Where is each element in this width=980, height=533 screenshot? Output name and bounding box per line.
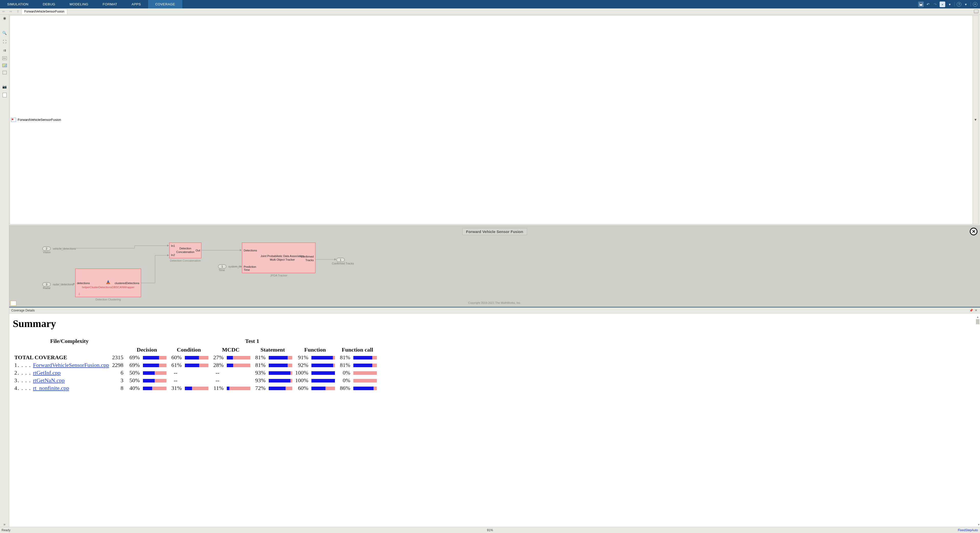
- fit-icon[interactable]: ⛶: [2, 39, 7, 44]
- tracker-in1: Detections: [243, 249, 257, 252]
- concat-out: Out: [196, 249, 200, 252]
- table-row: 1. . . . ForwardVehicleSensorFusion.cpp …: [13, 361, 379, 369]
- pin-icon[interactable]: 📌: [968, 309, 974, 312]
- model-canvas[interactable]: Forward Vehicle Sensor Fusion ✕ Copyrigh…: [9, 225, 980, 308]
- file-link[interactable]: rt_nonfinite.cpp: [33, 385, 69, 391]
- close-highlight-icon[interactable]: ✕: [970, 228, 977, 235]
- undo-icon[interactable]: ↶: [925, 2, 931, 7]
- tracker-c2: Multi Object Tracker: [270, 258, 295, 261]
- hide-browser-icon[interactable]: ◉: [2, 16, 7, 21]
- status-center: 91%: [487, 528, 493, 532]
- save-icon[interactable]: [918, 2, 924, 7]
- svg-rect-2: [920, 5, 922, 6]
- image-icon[interactable]: [2, 63, 7, 67]
- viewmark-icon[interactable]: [3, 71, 6, 75]
- concat-c2: Concatenation: [177, 251, 194, 254]
- tab-coverage[interactable]: COVERAGE: [148, 0, 182, 8]
- cluster-out: clusteredDetections: [115, 282, 139, 285]
- nav-forward-icon[interactable]: ⇨: [7, 10, 14, 13]
- ribbon-quick-tools: ↶ ↷ » ▾ ? ▾: [916, 0, 980, 8]
- inport-vision-num: 2: [43, 247, 51, 251]
- tracker-sublabel: JPDA Tracker: [270, 274, 287, 277]
- inport-vision-label: Vision: [43, 251, 51, 254]
- header-test1: Test 1: [126, 337, 379, 346]
- inport-time-label: Time: [219, 268, 225, 271]
- coverage-panel-header: Coverage Details 📌 ✕: [9, 308, 980, 314]
- nav-up-icon[interactable]: ⇧: [14, 10, 21, 13]
- coverage-panel-title: Coverage Details: [11, 309, 35, 312]
- outport-tracks[interactable]: 1 Confirmed Tracks: [336, 258, 347, 262]
- concat-c1: Detection: [180, 247, 191, 250]
- canvas-copyright: Copyright 2019-2021 The MathWorks, Inc.: [468, 301, 521, 304]
- scrollbar-thumb[interactable]: [976, 319, 980, 324]
- nav-back-icon[interactable]: ⇦: [0, 10, 7, 13]
- concat-in2: In2: [171, 254, 175, 257]
- file-link[interactable]: rtGetInf.cpp: [33, 370, 60, 376]
- status-right[interactable]: FixedStepAuto: [958, 528, 980, 532]
- close-panel-icon[interactable]: ✕: [974, 308, 978, 312]
- tab-modeling[interactable]: MODELING: [62, 0, 95, 8]
- scroll-up-icon[interactable]: ▴: [976, 315, 980, 319]
- status-bar: Ready 91% FixedStepAuto: [0, 527, 980, 533]
- help-dropdown-icon[interactable]: ▾: [963, 2, 969, 7]
- inport-radar[interactable]: 3 radar_detections Radar: [43, 282, 74, 286]
- table-row: 3. . . . rtGetNaN.cpp 3 50% -- -- 93% 10…: [13, 377, 379, 384]
- help-icon[interactable]: ?: [957, 2, 961, 6]
- screenshot-icon[interactable]: 📷: [2, 84, 7, 89]
- inport-time-num: 1: [218, 265, 226, 268]
- col-condition: Condition: [168, 346, 210, 354]
- block-jpda-tracker[interactable]: Detections Prediction Time Joint Probabi…: [242, 243, 315, 273]
- svg-rect-1: [920, 3, 922, 4]
- tracker-in3: Time: [243, 268, 250, 271]
- zoom-icon[interactable]: 🔍: [2, 30, 7, 35]
- tab-apps[interactable]: APPS: [124, 0, 148, 8]
- address-dropdown-icon[interactable]: ▼: [973, 16, 978, 224]
- collapse-ribbon-icon[interactable]: [973, 2, 977, 6]
- tracker-out1: Confirmed: [301, 255, 314, 258]
- coverage-heading: Summary: [13, 317, 977, 330]
- dropdown-icon[interactable]: ▾: [947, 2, 952, 7]
- block-detection-concat[interactable]: In1 In2 Detection Concatenation Out Dete…: [169, 243, 202, 258]
- col-decision: Decision: [126, 346, 168, 354]
- canvas-side-tools: ◉ 🔍 ⛶ ⇉ A≡ 📷 »: [0, 14, 9, 527]
- explorer-bar-icon[interactable]: [10, 301, 16, 306]
- arrows-icon[interactable]: ⇉: [2, 48, 7, 53]
- file-link[interactable]: rtGetNaN.cpp: [33, 377, 65, 384]
- table-row: 2. . . . rtGetInf.cpp 6 50% -- -- 93% 10…: [13, 369, 379, 377]
- matlab-fn-icon: [106, 279, 111, 285]
- tracker-out2: Tracks: [305, 259, 314, 262]
- nav-row: ⇦ ⇨ ⇧ ForwardVehicleSensorFusion: [0, 8, 980, 14]
- subsystem-arrow-icon: ⇩: [78, 292, 81, 296]
- scroll-down-icon[interactable]: ▾: [978, 523, 980, 527]
- header-file-complexity: File/Complexity: [13, 337, 126, 346]
- coverage-table: File/Complexity Test 1 Decision Conditio…: [13, 337, 379, 392]
- model-tab-label: ForwardVehicleSensorFusion: [24, 10, 64, 13]
- annotation-icon[interactable]: A≡: [2, 57, 7, 60]
- svg-marker-4: [107, 280, 109, 282]
- address-bar: ForwardVehicleSensorFusion ▼: [10, 15, 978, 224]
- tab-format[interactable]: FORMAT: [95, 0, 124, 8]
- coverage-report-body[interactable]: ▴ Summary File/Complexity Test 1 Decisio…: [9, 314, 980, 527]
- col-statement: Statement: [252, 346, 294, 354]
- inport-radar-label: Radar: [43, 286, 51, 289]
- model-tab[interactable]: ForwardVehicleSensorFusion: [21, 9, 67, 14]
- col-mcdc: MCDC: [210, 346, 252, 354]
- inport-vision-signal: vehicle_detections: [52, 247, 76, 250]
- model-icon: [11, 118, 16, 122]
- dock-icon[interactable]: [974, 10, 978, 13]
- report-icon[interactable]: [3, 93, 6, 97]
- block-detection-clustering[interactable]: detections clusteredDetections helperClu…: [75, 268, 141, 297]
- tracker-in2: Prediction: [243, 265, 256, 268]
- tab-simulation[interactable]: SIMULATION: [0, 0, 36, 8]
- inport-vision[interactable]: 2 vehicle_detections Vision: [43, 247, 76, 251]
- tracker-c1: Joint Probabilistic Data Association: [261, 254, 304, 257]
- outport-tracks-label: Confirmed Tracks: [332, 262, 354, 265]
- expand-palette-icon[interactable]: »: [2, 522, 7, 527]
- redo-icon[interactable]: ↷: [932, 2, 938, 7]
- fastforward-icon[interactable]: »: [940, 2, 945, 7]
- inport-radar-num: 3: [43, 282, 51, 286]
- file-link[interactable]: ForwardVehicleSensorFusion.cpp: [33, 362, 109, 368]
- address-path[interactable]: ForwardVehicleSensorFusion: [17, 118, 973, 122]
- col-functioncall: Function call: [336, 346, 379, 354]
- tab-debug[interactable]: DEBUG: [36, 0, 63, 8]
